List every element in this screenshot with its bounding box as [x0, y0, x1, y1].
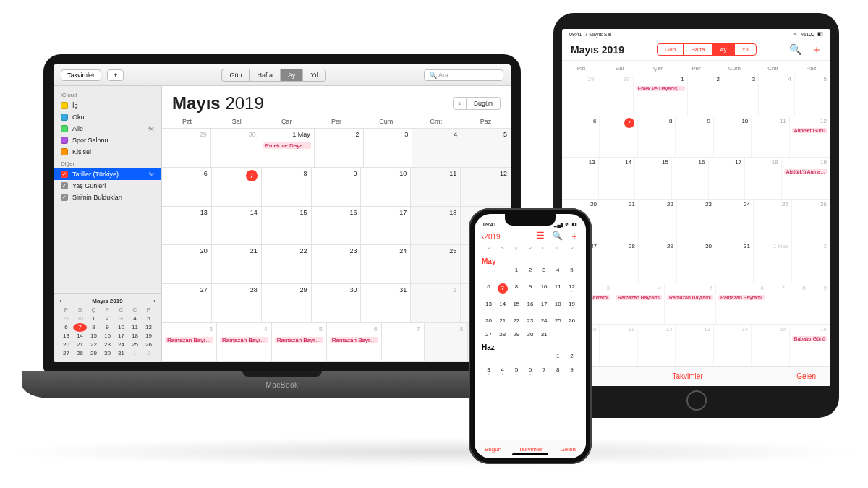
day-cell[interactable]: 15	[262, 207, 312, 246]
event-chip[interactable]: Emek ve Dayanış…	[636, 86, 685, 91]
day-cell[interactable]: 16	[312, 207, 362, 246]
seg-year[interactable]: Yıl	[303, 69, 326, 81]
event-chip[interactable]: Ramazan Bayramı	[718, 295, 765, 300]
back-button[interactable]: ‹2019	[482, 233, 501, 241]
day-cell[interactable]	[565, 331, 579, 338]
ipad-seg-month[interactable]: Ay	[712, 44, 734, 55]
day-cell[interactable]: 7	[767, 283, 788, 325]
day-cell[interactable]: 14	[599, 157, 636, 199]
day-cell[interactable]: 27	[162, 284, 212, 323]
day-cell[interactable]: 25	[754, 199, 792, 241]
day-cell[interactable]: 29	[639, 241, 677, 283]
day-cell[interactable]: 4Ramazan Bayr…	[217, 323, 272, 362]
day-cell[interactable]: 9	[523, 283, 537, 294]
day-cell[interactable]: 24	[715, 199, 754, 241]
day-cell[interactable]: 16Babalar Günü	[790, 324, 830, 366]
mini-prev-icon[interactable]: ‹	[59, 298, 61, 304]
checkbox-icon[interactable]: ✓	[61, 182, 68, 189]
day-cell[interactable]: 13	[162, 207, 212, 246]
ipad-inbox-link[interactable]: Gelen	[796, 372, 816, 380]
day-cell[interactable]: 25	[411, 245, 461, 284]
day-cell[interactable]: 5Ramazan Bayramı	[665, 283, 716, 325]
day-cell[interactable]: 13	[676, 324, 713, 366]
sidebar-calendar[interactable]: ✓Tatiller (Türkiye)⏧	[54, 168, 161, 180]
day-cell[interactable]: 5	[795, 74, 830, 116]
day-cell[interactable]: 7	[212, 168, 262, 207]
day-cell[interactable]: 6	[562, 116, 600, 158]
day-cell[interactable]	[482, 267, 495, 276]
day-cell[interactable]: 8	[425, 323, 467, 362]
sidebar-calendar[interactable]: ✓Siri'nin Buldukları	[54, 192, 161, 203]
day-cell[interactable]: 30	[677, 241, 715, 283]
day-cell[interactable]: 25	[551, 317, 565, 324]
day-cell[interactable]: 7	[537, 367, 551, 376]
day-cell[interactable]: 22	[639, 199, 677, 241]
day-cell[interactable]: 6Ramazan Bayr…	[327, 323, 382, 362]
event-chip[interactable]: Babalar Günü	[792, 336, 827, 341]
event-chip[interactable]: Ramazan Bayramı	[616, 295, 662, 300]
day-cell[interactable]: 17	[537, 301, 551, 310]
iphone-calendars-link[interactable]: Takvimler	[519, 446, 543, 453]
day-cell[interactable]: 11	[600, 324, 637, 366]
day-cell[interactable]: 3	[537, 267, 551, 276]
ipad-calendars-link[interactable]: Takvimler	[672, 372, 702, 380]
month-grid[interactable]: 29301 MayEmek ve Daya…234567891011121314…	[162, 128, 511, 362]
sidebar-calendar[interactable]: İş	[54, 100, 161, 111]
day-cell[interactable]: 13	[562, 157, 599, 199]
day-cell[interactable]: 28	[212, 284, 262, 323]
day-cell[interactable]: 14	[212, 207, 262, 246]
mini-calendar[interactable]: ‹ Mayıs 2019 › PSÇPCCP 29301234567891011…	[54, 293, 161, 362]
ipad-home-button[interactable]	[686, 390, 707, 411]
day-cell[interactable]: 14	[495, 301, 509, 310]
sidebar-calendar[interactable]: Kişisel	[54, 146, 161, 158]
day-cell[interactable]: 21	[212, 245, 262, 284]
day-cell[interactable]: 22	[262, 245, 312, 284]
day-cell[interactable]	[482, 353, 495, 359]
day-cell[interactable]: 29	[262, 284, 312, 323]
day-cell[interactable]: 4	[551, 267, 565, 276]
sidebar-calendar[interactable]: Okul	[54, 111, 161, 123]
day-cell[interactable]: 30	[312, 284, 362, 323]
checkbox-icon[interactable]: ✓	[61, 171, 68, 178]
add-button[interactable]: +	[107, 69, 124, 81]
iphone-inbox-link[interactable]: Gelen	[561, 446, 576, 453]
day-cell[interactable]: 28	[495, 331, 509, 338]
iphone-may-grid[interactable]: 1234567891011121314151617181920212223242…	[482, 267, 579, 338]
event-chip[interactable]: Emek ve Daya…	[263, 142, 311, 149]
day-cell[interactable]	[509, 353, 523, 359]
day-cell[interactable]: 14	[714, 324, 752, 366]
day-cell[interactable]: 6	[162, 168, 212, 207]
day-cell[interactable]	[551, 331, 565, 338]
day-cell[interactable]: 4	[412, 129, 461, 168]
day-cell[interactable]: 26	[565, 317, 579, 324]
day-cell[interactable]	[537, 353, 551, 359]
day-cell[interactable]: 15	[635, 157, 672, 199]
day-cell[interactable]: 12	[565, 283, 579, 294]
day-cell[interactable]: 20	[162, 245, 212, 284]
day-cell[interactable]: 17	[709, 157, 746, 199]
search-icon[interactable]: 🔍	[789, 43, 801, 56]
day-cell[interactable]: 17	[361, 207, 411, 246]
day-cell[interactable]: 27	[482, 331, 495, 338]
view-segmented[interactable]: Gün Hafta Ay Yıl	[221, 69, 326, 82]
prev-month-button[interactable]: ‹	[453, 97, 467, 110]
day-cell[interactable]: 19	[565, 301, 579, 310]
day-cell[interactable]: 16	[523, 301, 537, 310]
day-cell[interactable]: 24	[361, 245, 411, 284]
day-cell[interactable]: 29	[162, 129, 211, 168]
ipad-seg-day[interactable]: Gün	[658, 44, 684, 55]
day-cell[interactable]: 23	[523, 317, 537, 324]
day-cell[interactable]: 12	[461, 168, 511, 207]
event-chip[interactable]: Ramazan Bayr…	[165, 337, 213, 343]
day-cell[interactable]: 21	[495, 317, 509, 324]
day-cell[interactable]: 9	[809, 283, 830, 325]
day-cell[interactable]: 4Ramazan Bayramı	[613, 283, 665, 325]
day-cell[interactable]: 4	[495, 367, 509, 376]
ipad-seg-week[interactable]: Hafta	[684, 44, 712, 55]
day-cell[interactable]: 31	[361, 284, 411, 323]
ipad-seg-year[interactable]: Yıl	[735, 44, 756, 55]
iphone-jun-grid[interactable]: 123456789	[482, 353, 579, 376]
day-cell[interactable]: 30	[597, 74, 633, 116]
day-cell[interactable]: 1	[411, 284, 461, 323]
day-cell[interactable]: 8	[551, 367, 565, 376]
